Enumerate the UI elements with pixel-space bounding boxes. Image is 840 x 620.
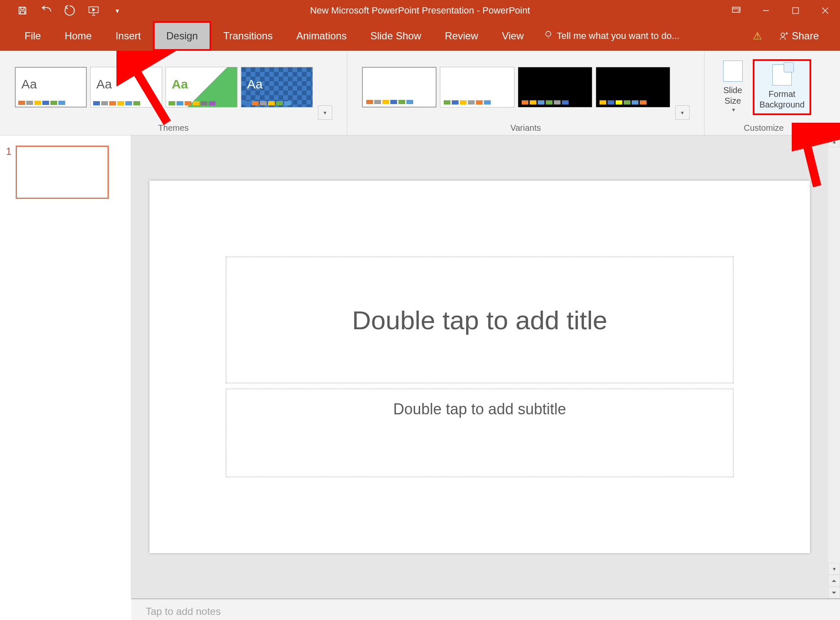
share-button[interactable]: Share [771, 30, 827, 42]
variants-more-dropdown[interactable]: ▾ [675, 105, 690, 120]
minimize-icon[interactable] [751, 0, 781, 21]
title-placeholder[interactable]: Double tap to add title [226, 256, 734, 383]
svg-point-9 [781, 33, 785, 36]
restore-icon[interactable] [781, 0, 810, 21]
undo-icon[interactable] [40, 4, 52, 17]
tab-home[interactable]: Home [53, 21, 104, 51]
slide-number-label: 1 [6, 146, 11, 199]
notes-row: Tap to add notes [0, 598, 840, 620]
next-slide-icon[interactable]: ⏷ [828, 587, 840, 598]
customize-qat-icon[interactable]: ▾ [111, 4, 124, 17]
variant-1[interactable] [362, 67, 437, 107]
slide-thumbnail-1[interactable] [16, 146, 109, 199]
svg-rect-3 [732, 7, 740, 12]
svg-rect-1 [20, 11, 25, 14]
svg-rect-0 [21, 7, 24, 9]
tab-view[interactable]: View [490, 21, 536, 51]
slide-size-icon [723, 61, 743, 82]
annotation-arrow-format-bg [792, 123, 840, 190]
tab-design[interactable]: Design [153, 21, 212, 51]
share-label: Share [792, 30, 819, 42]
svg-line-10 [129, 59, 167, 123]
slide-size-button[interactable]: Slide Size ▾ [716, 55, 749, 119]
tell-me-label: Tell me what you want to do... [557, 30, 680, 41]
tab-animations[interactable]: Animations [285, 21, 359, 51]
tab-review[interactable]: Review [433, 21, 490, 51]
subtitle-placeholder[interactable]: Double tap to add subtitle [226, 389, 734, 477]
theme-4[interactable]: Aa [241, 67, 313, 107]
svg-line-11 [804, 131, 817, 186]
ribbon-tab-strip: File Home Insert Design Transitions Anim… [0, 21, 840, 51]
variant-2[interactable] [440, 67, 514, 107]
chevron-down-icon: ▾ [732, 106, 735, 114]
format-background-button[interactable]: Format Background [753, 59, 812, 115]
vertical-scrollbar[interactable]: ▴ ▾ ⏶ ⏷ [828, 135, 840, 598]
tab-insert[interactable]: Insert [104, 21, 153, 51]
redo-icon[interactable] [64, 4, 76, 17]
annotation-arrow-design [116, 51, 176, 127]
tab-slideshow[interactable]: Slide Show [359, 21, 433, 51]
variant-4[interactable] [596, 67, 670, 107]
slide-thumbnails-panel: 1 [0, 135, 131, 598]
variants-group: ▾ Variants [347, 51, 705, 135]
format-background-icon [772, 64, 792, 85]
tell-me-search[interactable]: Tell me what you want to do... [544, 30, 680, 41]
customize-group-label: Customize [744, 123, 784, 135]
ribbon-display-options-icon[interactable] [721, 0, 751, 21]
theme-3[interactable]: Aa [166, 67, 238, 107]
svg-rect-5 [793, 8, 799, 14]
title-bar: ▾ New Microsoft PowerPoint Presentation … [0, 0, 840, 21]
prev-slide-icon[interactable]: ⏶ [828, 575, 840, 587]
save-icon[interactable] [16, 4, 29, 17]
themes-more-dropdown[interactable]: ▾ [318, 105, 332, 120]
close-icon[interactable] [810, 0, 840, 21]
svg-point-8 [546, 31, 551, 36]
workspace: 1 Double tap to add title Double tap to … [0, 135, 840, 598]
format-background-label: Format Background [760, 89, 805, 110]
slide-size-label: Slide Size [723, 85, 742, 106]
window-controls [721, 0, 840, 21]
tab-transitions[interactable]: Transitions [211, 21, 284, 51]
slide-canvas[interactable]: Double tap to add title Double tap to ad… [149, 181, 810, 553]
tab-file[interactable]: File [13, 21, 53, 51]
slide-editor: Double tap to add title Double tap to ad… [131, 135, 828, 598]
window-title: New Microsoft PowerPoint Presentation - … [310, 5, 530, 16]
notes-placeholder[interactable]: Tap to add notes [131, 598, 840, 620]
variant-3[interactable] [518, 67, 592, 107]
quick-access-toolbar: ▾ [0, 4, 124, 17]
warning-icon[interactable]: ⚠ [753, 30, 762, 42]
scroll-track[interactable] [828, 147, 840, 563]
variants-group-label: Variants [511, 123, 541, 135]
start-slideshow-icon[interactable] [87, 4, 100, 17]
scroll-down-icon[interactable]: ▾ [828, 563, 840, 575]
theme-office[interactable]: Aa [15, 67, 87, 107]
